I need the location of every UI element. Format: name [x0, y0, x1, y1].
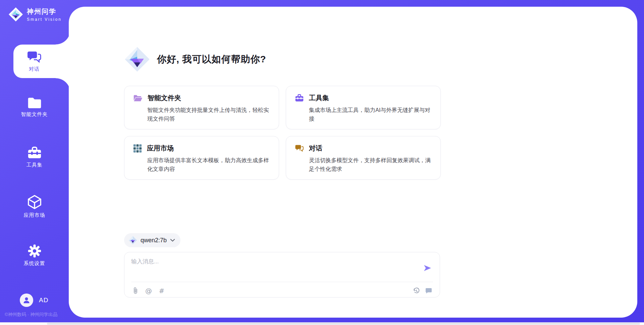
composer-toolbar: @ # [132, 286, 432, 296]
model-name: qwen2:7b [141, 237, 167, 244]
attachment-icon[interactable] [132, 287, 139, 295]
feature-cards: 智能文件夹 智能文件夹功能支持批量文件上传与清洗，轻松实现文件问答 工具集 集成… [124, 86, 441, 180]
card-head: 应用市场 [133, 144, 270, 153]
composer-tools-right [413, 287, 432, 295]
card-description: 灵活切换多模型文件，支持多样回复效果调试，满足个性化需求 [295, 156, 432, 173]
chat-bubble-icon[interactable] [425, 287, 432, 295]
chat-icon [27, 51, 42, 64]
card-title: 对话 [309, 144, 322, 153]
avatar [20, 294, 33, 307]
model-selector[interactable]: qwen2:7b [124, 233, 180, 247]
card-chat[interactable]: 对话 灵活切换多模型文件，支持多样回复效果调试，满足个性化需求 [286, 136, 441, 180]
sidebar-item-chat[interactable]: 对话 [13, 45, 70, 78]
sidebar-item-label: 工具集 [26, 162, 43, 168]
assistant-logo-icon [124, 46, 150, 72]
tab-fillet-bottom [56, 78, 70, 93]
sidebar-item-label: 系统设置 [24, 260, 45, 267]
app-logo-icon [8, 7, 23, 22]
card-head: 智能文件夹 [133, 93, 270, 103]
chat-icon [295, 144, 304, 152]
cube-icon [27, 194, 42, 210]
horizontal-scrollbar-thumb[interactable] [47, 323, 640, 325]
toolbox-icon [27, 146, 42, 159]
model-logo-icon [128, 236, 137, 245]
card-description: 应用市场提供丰富长文本模板，助力高效生成多样化文章内容 [133, 156, 270, 173]
card-app-market[interactable]: 应用市场 应用市场提供丰富长文本模板，助力高效生成多样化文章内容 [124, 136, 279, 180]
card-title: 应用市场 [147, 144, 174, 153]
user-account[interactable]: AD [20, 294, 48, 307]
toolbox-icon [295, 94, 304, 102]
sidebar-item-smart-folder[interactable]: 智能文件夹 [0, 96, 69, 118]
hash-icon[interactable]: # [158, 287, 165, 295]
greeting: 你好, 我可以如何帮助你? [124, 46, 441, 72]
copyright-text: ©神州数码 · 神州问学出品 [5, 312, 57, 318]
sidebar-item-app-market[interactable]: 应用市场 [0, 194, 69, 218]
mention-icon[interactable]: @ [145, 287, 152, 295]
history-icon[interactable] [413, 287, 420, 295]
app-brand: 神州问学 Smart Vision [8, 7, 62, 22]
app-subtitle: Smart Vision [27, 17, 62, 22]
send-icon[interactable] [423, 264, 432, 272]
app-name: 神州问学 [27, 7, 62, 16]
card-description: 智能文件夹功能支持批量文件上传与清洗，轻松实现文件问答 [133, 106, 270, 123]
horizontal-scrollbar-track[interactable] [0, 322, 644, 325]
composer-divider [131, 282, 433, 282]
message-composer: @ # [124, 252, 440, 298]
app-title: 神州问学 Smart Vision [27, 7, 62, 22]
card-title: 工具集 [309, 93, 329, 103]
sidebar-item-label: 应用市场 [24, 212, 45, 218]
message-input[interactable] [131, 258, 420, 278]
chevron-down-icon [170, 239, 175, 242]
card-title: 智能文件夹 [148, 93, 181, 103]
sidebar: 神州问学 Smart Vision 对话 智能文件夹 [0, 0, 69, 325]
composer-tools-left: @ # [132, 287, 165, 295]
tab-fillet-top [56, 30, 70, 45]
sidebar-item-settings[interactable]: 系统设置 [0, 244, 69, 267]
card-head: 工具集 [295, 93, 432, 103]
card-description: 集成市场上主流工具，助力AI与外界无缝扩展与对接 [295, 106, 432, 123]
user-initials: AD [39, 297, 48, 304]
sidebar-item-label: 对话 [29, 66, 40, 72]
card-smart-folder[interactable]: 智能文件夹 智能文件夹功能支持批量文件上传与清洗，轻松实现文件问答 [124, 86, 279, 129]
greeting-title: 你好, 我可以如何帮助你? [157, 53, 266, 66]
folder-open-icon [133, 94, 143, 102]
card-head: 对话 [295, 144, 432, 153]
sidebar-item-label: 智能文件夹 [21, 111, 48, 118]
main-content: 你好, 我可以如何帮助你? 智能文件夹 智能文件夹功能支持批量文件上传与清洗，轻… [124, 0, 441, 180]
gear-icon [28, 244, 42, 258]
folder-icon [27, 96, 42, 109]
sidebar-item-toolset[interactable]: 工具集 [0, 146, 69, 168]
grid-icon [133, 144, 142, 153]
card-toolset[interactable]: 工具集 集成市场上主流工具，助力AI与外界无缝扩展与对接 [286, 86, 441, 129]
